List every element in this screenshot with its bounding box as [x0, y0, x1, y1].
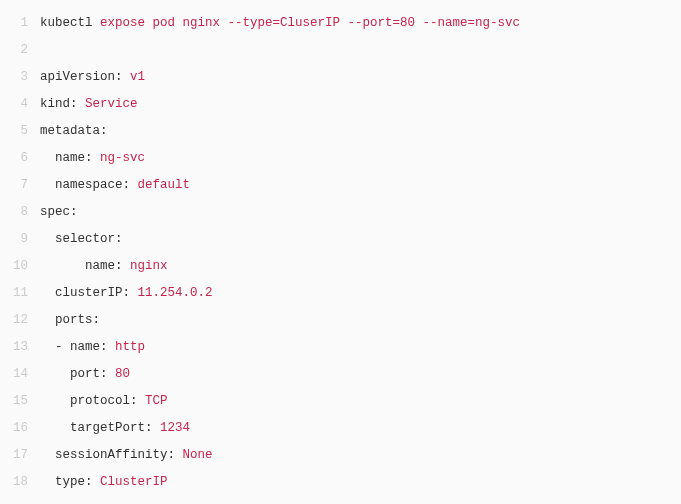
code-line: namespace: default	[40, 172, 681, 199]
line-number: 11	[0, 280, 28, 307]
code-token: selector:	[40, 232, 123, 246]
line-number: 18	[0, 469, 28, 496]
code-token: TCP	[145, 394, 168, 408]
line-number: 10	[0, 253, 28, 280]
line-number: 15	[0, 388, 28, 415]
code-token: 1234	[160, 421, 190, 435]
line-number: 1	[0, 10, 28, 37]
code-line: port: 80	[40, 361, 681, 388]
code-token: namespace:	[40, 178, 138, 192]
code-token: - name:	[40, 340, 115, 354]
code-token: sessionAffinity:	[40, 448, 183, 462]
code-line: - name: http	[40, 334, 681, 361]
code-line: targetPort: 1234	[40, 415, 681, 442]
code-token: ng-svc	[100, 151, 145, 165]
line-number: 16	[0, 415, 28, 442]
code-token: ClusterIP	[100, 475, 168, 489]
code-line: protocol: TCP	[40, 388, 681, 415]
line-number: 8	[0, 199, 28, 226]
code-token: type:	[40, 475, 100, 489]
code-token: default	[138, 178, 191, 192]
line-number: 9	[0, 226, 28, 253]
code-token: protocol:	[40, 394, 145, 408]
line-number: 12	[0, 307, 28, 334]
code-token: spec:	[40, 205, 78, 219]
code-token: kubectl	[40, 16, 100, 30]
code-line: metadata:	[40, 118, 681, 145]
code-token: 11.254.0.2	[138, 286, 213, 300]
code-line: name: nginx	[40, 253, 681, 280]
code-token: ports:	[40, 313, 100, 327]
line-number: 5	[0, 118, 28, 145]
code-token: name:	[40, 151, 100, 165]
line-number: 4	[0, 91, 28, 118]
code-line: name: ng-svc	[40, 145, 681, 172]
code-line: kind: Service	[40, 91, 681, 118]
code-token: 80	[115, 367, 130, 381]
code-line: spec:	[40, 199, 681, 226]
code-token: kind:	[40, 97, 85, 111]
code-token: targetPort:	[40, 421, 160, 435]
line-number: 3	[0, 64, 28, 91]
code-line: sessionAffinity: None	[40, 442, 681, 469]
line-number-gutter: 123456789101112131415161718	[0, 10, 40, 496]
code-line	[40, 37, 681, 64]
line-number: 17	[0, 442, 28, 469]
code-token: http	[115, 340, 145, 354]
code-line: selector:	[40, 226, 681, 253]
code-token: Service	[85, 97, 138, 111]
code-token: apiVersion:	[40, 70, 130, 84]
code-line: ports:	[40, 307, 681, 334]
line-number: 13	[0, 334, 28, 361]
code-line: apiVersion: v1	[40, 64, 681, 91]
code-token: expose pod nginx --type=CluserIP --port=…	[100, 16, 520, 30]
code-token: name:	[40, 259, 130, 273]
code-line: clusterIP: 11.254.0.2	[40, 280, 681, 307]
code-content: kubectl expose pod nginx --type=CluserIP…	[40, 10, 681, 496]
line-number: 2	[0, 37, 28, 64]
code-token: clusterIP:	[40, 286, 138, 300]
code-block: 123456789101112131415161718 kubectl expo…	[0, 10, 681, 496]
line-number: 7	[0, 172, 28, 199]
code-line: kubectl expose pod nginx --type=CluserIP…	[40, 10, 681, 37]
code-token: None	[183, 448, 213, 462]
code-token: nginx	[130, 259, 168, 273]
code-token: metadata:	[40, 124, 108, 138]
code-token: port:	[40, 367, 115, 381]
line-number: 14	[0, 361, 28, 388]
code-token: v1	[130, 70, 145, 84]
line-number: 6	[0, 145, 28, 172]
code-line: type: ClusterIP	[40, 469, 681, 496]
